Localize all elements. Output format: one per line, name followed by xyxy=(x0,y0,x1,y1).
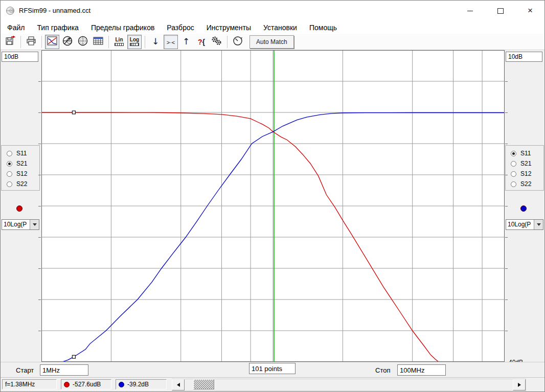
points-input[interactable]: 101 points xyxy=(249,363,296,374)
left-axis-panel: 10dB S11S21S12S22 10Log(P xyxy=(1,50,41,362)
minimize-icon xyxy=(467,11,473,11)
marker-center-button[interactable]: >·< xyxy=(164,35,178,49)
left-sparam-group: S11S21S12S22 xyxy=(1,145,40,191)
left-radio-s12[interactable]: S12 xyxy=(2,169,39,179)
left-format-combo[interactable]: 10Log(P xyxy=(2,219,39,230)
stop-frequency-input[interactable]: 100MHz xyxy=(397,364,446,376)
menu-item-help[interactable]: Помощь xyxy=(305,22,342,33)
title-bar: RFSim99 - unnamed.cct × xyxy=(1,1,544,21)
left-arrow-icon xyxy=(177,383,180,387)
scroll-left-button[interactable] xyxy=(172,379,185,390)
radio-icon xyxy=(7,161,12,167)
radio-label: S22 xyxy=(16,180,27,188)
right-arrow-icon xyxy=(518,383,521,387)
status-bar: f=1.38MHz -527.6udB -39.2dB xyxy=(1,377,544,391)
left-axis-tick xyxy=(38,331,41,331)
log-scale-button[interactable]: Log xyxy=(127,35,142,49)
left-axis-tick xyxy=(38,144,41,144)
radio-label: S11 xyxy=(16,150,27,157)
menu-item-tools[interactable]: Инструменты xyxy=(202,22,256,33)
radio-icon xyxy=(511,151,516,156)
save-export-button[interactable] xyxy=(3,35,17,49)
right-axis-tick xyxy=(505,237,508,238)
auto-match-button[interactable]: Auto Match xyxy=(249,35,294,49)
minimize-button[interactable] xyxy=(460,4,480,18)
left-radio-s22[interactable]: S22 xyxy=(2,179,39,189)
right-radio-s11[interactable]: S11 xyxy=(506,148,543,158)
save-icon xyxy=(5,36,15,48)
radio-icon xyxy=(7,151,12,156)
maximize-icon xyxy=(497,8,504,14)
linear-scale-button-label: Lin xyxy=(116,37,123,42)
chevron-down-icon xyxy=(537,223,541,226)
radio-label: S22 xyxy=(520,180,531,188)
radio-icon xyxy=(511,181,516,187)
blue-dot-icon xyxy=(119,382,124,387)
chevron-down-icon xyxy=(33,223,37,226)
left-format-dropdown-button[interactable] xyxy=(30,220,39,229)
left-axis-tick xyxy=(38,175,41,175)
linear-scale-button[interactable]: Lin xyxy=(112,35,126,49)
radio-label: S21 xyxy=(520,160,531,167)
right-axis-tick xyxy=(505,175,508,175)
left-axis-tick xyxy=(38,206,41,206)
right-axis-tick xyxy=(505,331,508,331)
left-radio-s21[interactable]: S21 xyxy=(2,158,39,169)
right-axis-tick xyxy=(505,299,508,300)
close-button[interactable]: × xyxy=(520,4,540,18)
radio-icon xyxy=(7,181,12,187)
marker-up-button[interactable]: ↑ xyxy=(179,35,193,49)
right-format-dropdown-button[interactable] xyxy=(534,220,543,229)
cursor-frequency-readout: f=1.38MHz xyxy=(2,379,57,389)
polar-chart-button[interactable] xyxy=(76,35,90,49)
right-radio-s22[interactable]: S22 xyxy=(506,179,543,189)
table-view-button[interactable] xyxy=(91,35,105,49)
marker-down-button[interactable]: ↓ xyxy=(148,35,163,49)
radio-icon xyxy=(511,171,516,177)
menu-item-graph-type[interactable]: Тип графика xyxy=(32,22,83,33)
radio-label: S11 xyxy=(520,150,531,157)
toolbar-separator xyxy=(41,36,42,48)
right-axis-tick xyxy=(505,206,508,206)
clock-icon xyxy=(232,35,243,49)
menu-item-file[interactable]: Файл xyxy=(3,22,29,33)
left-radio-s11[interactable]: S11 xyxy=(2,148,39,158)
menu-item-spread[interactable]: Разброс xyxy=(162,22,198,33)
smith-chart-button[interactable] xyxy=(60,35,75,49)
print-button[interactable] xyxy=(24,35,38,49)
ruler-lin xyxy=(115,43,124,46)
scroll-right-button[interactable] xyxy=(513,379,526,390)
window-title: RFSim99 - unnamed.cct xyxy=(19,7,90,14)
close-icon: × xyxy=(528,6,533,16)
menu-item-graph-limits[interactable]: Пределы графиков xyxy=(86,22,159,33)
left-axis-tick xyxy=(38,268,41,269)
left-axis-tick xyxy=(38,81,41,82)
blue-readout-value: -39.2dB xyxy=(127,381,149,388)
simulate-clock-button[interactable] xyxy=(231,35,245,49)
red-trace-readout: -527.6udB xyxy=(61,379,111,389)
query-values-button[interactable]: ?{ xyxy=(194,35,209,49)
radio-label: S12 xyxy=(520,170,531,177)
radio-icon xyxy=(511,161,516,167)
components-gears-button[interactable] xyxy=(210,35,224,49)
toolbar-separator xyxy=(227,36,228,48)
maximize-button[interactable] xyxy=(490,4,511,18)
right-trace-color-dot xyxy=(520,205,527,212)
app-icon xyxy=(6,6,15,15)
rectangular-chart-button[interactable] xyxy=(45,35,59,49)
menu-item-settings[interactable]: Установки xyxy=(259,22,302,33)
app-window: RFSim99 - unnamed.cct × ФайлТип графикаП… xyxy=(0,0,545,392)
frequency-scrollbar-track[interactable] xyxy=(172,379,526,391)
right-format-combo[interactable]: 10Log(P xyxy=(506,219,543,230)
right-scale-input[interactable]: 10dB xyxy=(506,52,542,62)
right-radio-s12[interactable]: S12 xyxy=(506,169,543,179)
left-axis-tick xyxy=(38,237,41,238)
right-sparam-group: S11S21S12S22 xyxy=(505,145,544,191)
plot-area[interactable] xyxy=(41,50,505,362)
left-scale-input[interactable]: 10dB xyxy=(2,52,38,62)
frequency-scrollbar-thumb[interactable] xyxy=(193,379,214,389)
left-trace-color-dot xyxy=(16,205,22,212)
start-frequency-input[interactable]: 1MHz xyxy=(40,364,88,376)
right-format-value: 10Log(P xyxy=(506,220,534,229)
right-radio-s21[interactable]: S21 xyxy=(506,158,543,169)
